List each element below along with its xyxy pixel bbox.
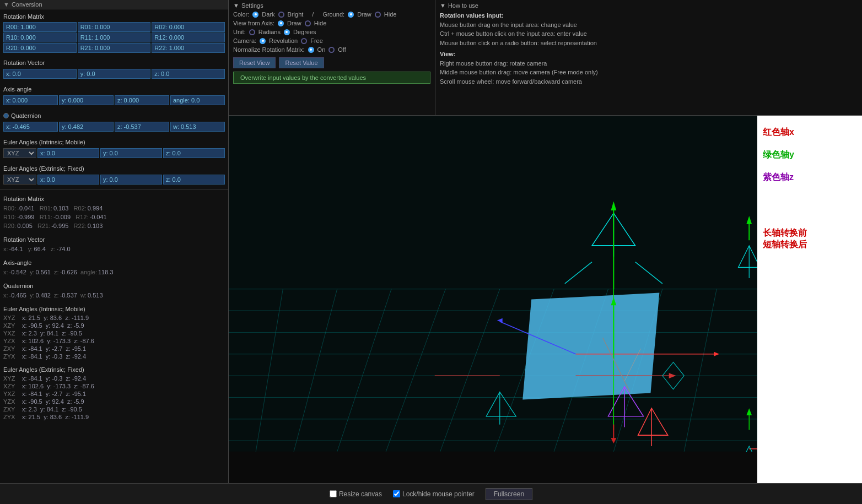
unit-degrees-radio[interactable]: [284, 29, 290, 35]
grid-svg: [229, 116, 757, 452]
q-x-input[interactable]: [3, 122, 58, 132]
annotation-panel: 红色轴x 绿色轴y 紫色轴z 长轴转换前 短轴转换后: [757, 116, 862, 483]
color-dark-radio[interactable]: [252, 12, 258, 18]
how-to-panel: ▼ How to use Rotation values input: Mous…: [435, 0, 862, 115]
r22-input[interactable]: [152, 43, 225, 53]
output-quaternion-section: Quaternion x:-0.465 y:0.482 z:-0.537 w:0…: [0, 279, 228, 302]
q-z-input[interactable]: [115, 122, 169, 132]
3d-viewport[interactable]: [229, 116, 757, 483]
camera-revolution-radio[interactable]: [260, 38, 266, 44]
ground-draw-radio[interactable]: [348, 12, 354, 18]
normalize-on-radio[interactable]: [308, 47, 314, 53]
list-item: YXZx: 2.3 y: 84.1 z: -90.5: [3, 329, 225, 337]
rv-y-input[interactable]: [78, 69, 151, 79]
resize-canvas-label[interactable]: Resize canvas: [330, 490, 382, 498]
aa-z-input[interactable]: [115, 95, 169, 105]
list-item: YZXx: -90.5 y: 92.4 z: -5.9: [3, 398, 225, 405]
normalize-off-radio[interactable]: [328, 47, 335, 53]
settings-panel: ▼ Settings Color: Dark Bright / Ground: …: [229, 0, 435, 115]
resize-canvas-checkbox[interactable]: [330, 490, 337, 497]
list-item: YZXx: 102.6 y: -173.3 z: -87.6: [3, 337, 225, 345]
bottom-bar: Resize canvas Lock/hide mouse pointer Fu…: [0, 483, 862, 504]
input-axis-angle-section: Axis-angle: [0, 82, 228, 109]
output-axis-angle-title: Axis-angle: [3, 258, 225, 268]
rv-x-input[interactable]: [3, 69, 77, 79]
left-panel: ▼ Conversion Rotation Matrix: [0, 0, 229, 483]
aa-angle-input[interactable]: [170, 95, 225, 105]
list-item: XYZx: 21.5 y: 83.6 z: -111.9: [3, 314, 225, 322]
input-rotation-vector-section: Rotation Vector: [0, 56, 228, 82]
camera-setting: Camera: Revolution Free: [233, 37, 430, 44]
list-item: XZYx: -90.5 y: 92.4 z: -5.9: [3, 322, 225, 329]
how-to-line2: Ctrl + mouse button click on the input a…: [440, 29, 858, 39]
input-rotation-vector-title: Rotation Vector: [3, 58, 225, 68]
unit-radians-radio[interactable]: [249, 29, 255, 35]
view-from-axis-setting: View from Axis: Draw Hide: [233, 20, 430, 26]
q-w-input[interactable]: [170, 122, 225, 132]
r21-input[interactable]: [78, 43, 151, 53]
unit-setting: Unit: Radians Degrees: [233, 29, 430, 35]
out-matrix-row-2: R20:0.005 R21:-0.995 R22:0.103: [3, 221, 225, 230]
list-item: XYZx: -84.1 y: -0.3 z: -92.4: [3, 375, 225, 382]
lock-pointer-checkbox[interactable]: [393, 490, 400, 497]
input-rotation-matrix-section: Rotation Matrix: [0, 9, 228, 56]
euler-intrinsic-dropdown[interactable]: XYZXZYYXZYZXZXYZYX: [3, 148, 36, 158]
annotation-purple: 紫色轴z: [763, 172, 856, 183]
lock-pointer-text: Lock/hide mouse pointer: [402, 490, 475, 498]
input-euler-intrinsic-title: Euler Angles (Intrinsic; Mobile): [3, 137, 225, 147]
ground-hide-radio[interactable]: [375, 12, 381, 18]
settings-header: ▼ Settings: [233, 2, 430, 9]
out-quat-row: x:-0.465 y:0.482 z:-0.537 w:0.513: [3, 291, 225, 300]
reset-value-button[interactable]: Reset Value: [279, 57, 324, 68]
list-item: ZYXx: 21.5 y: 83.6 z: -111.9: [3, 413, 225, 421]
r00-input[interactable]: [3, 22, 77, 32]
quaternion-indicator[interactable]: [3, 113, 9, 118]
how-to-line5: Middle mouse button drag: move camera (F…: [440, 68, 858, 77]
aa-y-input[interactable]: [59, 95, 114, 105]
how-to-line4: Right mouse button drag: rotate camera: [440, 59, 858, 68]
viewport-area: 红色轴x 绿色轴y 紫色轴z 长轴转换前 短轴转换后: [229, 116, 862, 483]
ei-z-input[interactable]: [163, 148, 225, 158]
out-rot-vec-row: x:-64.1 y:66.4 z:-74.0: [3, 245, 225, 253]
annotation-before: 长轴转换前: [763, 227, 856, 239]
ee-y-input[interactable]: [100, 175, 162, 185]
r20-input[interactable]: [3, 43, 77, 53]
camera-free-radio[interactable]: [301, 38, 307, 44]
euler-intrinsic-table: XYZx: 21.5 y: 83.6 z: -111.9 XZYx: -90.5…: [3, 314, 225, 360]
ei-x-input[interactable]: [37, 148, 99, 158]
input-rotation-matrix-title: Rotation Matrix: [3, 12, 225, 21]
out-axis-angle-row: x:-0.542 y:0.561 z:-0.626 angle:118.3: [3, 268, 225, 277]
euler-extrinsic-row: XYZXZYYXZYZXZXYZYX: [3, 175, 225, 185]
color-bright-radio[interactable]: [278, 12, 284, 18]
conversion-title: Conversion: [12, 1, 42, 8]
annotation-green: 绿色轴y: [763, 149, 856, 161]
r11-input[interactable]: [78, 32, 151, 42]
aa-x-input[interactable]: [3, 95, 58, 105]
matrix-row-2: [3, 43, 225, 53]
matrix-row-0: [3, 22, 225, 32]
r01-input[interactable]: [78, 22, 151, 32]
rv-z-input[interactable]: [152, 69, 225, 79]
euler-extrinsic-dropdown[interactable]: XYZXZYYXZYZXZXYZYX: [3, 175, 36, 185]
how-to-line6: Scroll mouse wheel: move forward/backwar…: [440, 77, 858, 86]
input-euler-extrinsic-section: Euler Angles (Extrinsic; Fixed) XYZXZYYX…: [0, 161, 228, 188]
input-euler-intrinsic-section: Euler Angles (Intrinsic; Mobile) XYZXZYY…: [0, 135, 228, 161]
list-item: ZXYx: 2.3 y: 84.1 z: -90.5: [3, 405, 225, 413]
ee-z-input[interactable]: [163, 175, 225, 185]
r02-input[interactable]: [152, 22, 225, 32]
lock-pointer-label[interactable]: Lock/hide mouse pointer: [393, 490, 475, 498]
view-hide-radio[interactable]: [305, 20, 311, 26]
output-rotation-vector-title: Rotation Vector: [3, 235, 225, 245]
overwrite-button[interactable]: Overwrite input values by the converted …: [233, 72, 430, 84]
r12-input[interactable]: [152, 32, 225, 42]
view-draw-radio[interactable]: [278, 20, 284, 26]
ei-y-input[interactable]: [100, 148, 162, 158]
reset-view-button[interactable]: Reset View: [233, 57, 276, 68]
output-euler-extrinsic-section: Euler Angles (Extrinsic; Fixed) XYZx: -8…: [0, 362, 228, 423]
r10-input[interactable]: [3, 32, 77, 42]
fullscreen-button[interactable]: Fullscreen: [486, 488, 532, 500]
ee-x-input[interactable]: [37, 175, 99, 185]
arrow-icon: ▼: [3, 1, 9, 8]
resize-canvas-text: Resize canvas: [339, 490, 382, 498]
q-y-input[interactable]: [59, 122, 114, 132]
